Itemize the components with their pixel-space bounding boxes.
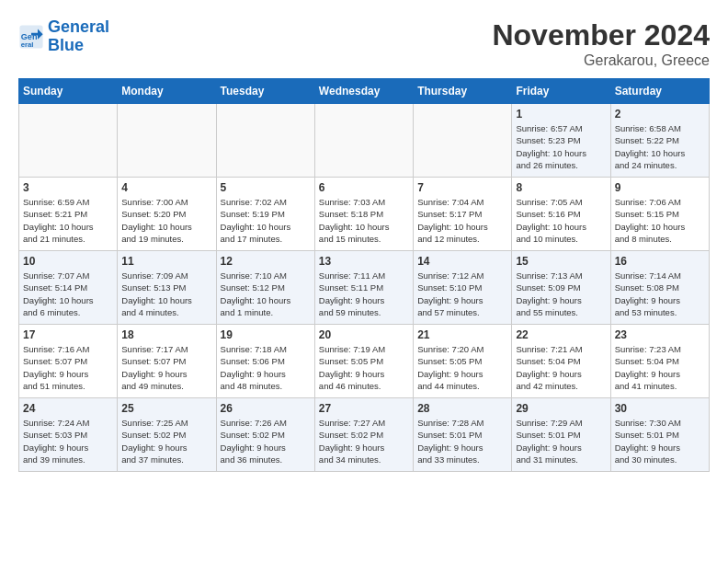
week-row-1: 1Sunrise: 6:57 AM Sunset: 5:23 PM Daylig… [19, 104, 710, 178]
week-row-2: 3Sunrise: 6:59 AM Sunset: 5:21 PM Daylig… [19, 178, 710, 251]
calendar-cell: 17Sunrise: 7:16 AM Sunset: 5:07 PM Dayli… [19, 325, 118, 398]
calendar-cell: 4Sunrise: 7:00 AM Sunset: 5:20 PM Daylig… [118, 178, 216, 251]
day-number: 30 [615, 402, 705, 415]
day-number: 3 [23, 181, 113, 194]
svg-text:eral: eral [21, 40, 34, 49]
day-number: 6 [319, 181, 409, 194]
weekday-header-thursday: Thursday [414, 79, 512, 104]
logo-icon: Gen eral [18, 24, 44, 50]
day-info: Sunrise: 7:21 AM Sunset: 5:04 PM Dayligh… [516, 343, 606, 392]
calendar-cell: 30Sunrise: 7:30 AM Sunset: 5:01 PM Dayli… [610, 398, 709, 472]
day-number: 19 [221, 328, 311, 341]
calendar-cell: 3Sunrise: 6:59 AM Sunset: 5:21 PM Daylig… [19, 178, 118, 251]
month-title: November 2024 [492, 18, 710, 52]
day-number: 4 [121, 181, 211, 194]
day-number: 15 [516, 255, 606, 268]
calendar-cell [216, 104, 314, 178]
calendar-cell: 23Sunrise: 7:23 AM Sunset: 5:04 PM Dayli… [610, 325, 709, 398]
calendar-cell: 28Sunrise: 7:28 AM Sunset: 5:01 PM Dayli… [414, 398, 512, 472]
day-number: 25 [121, 402, 211, 415]
day-number: 16 [615, 255, 705, 268]
weekday-header-friday: Friday [512, 79, 610, 104]
location: Gerakarou, Greece [492, 52, 710, 69]
weekday-header-sunday: Sunday [19, 79, 118, 104]
day-number: 21 [417, 328, 507, 341]
calendar-cell: 29Sunrise: 7:29 AM Sunset: 5:01 PM Dayli… [512, 398, 610, 472]
calendar-cell: 9Sunrise: 7:06 AM Sunset: 5:15 PM Daylig… [610, 178, 709, 251]
calendar-cell: 20Sunrise: 7:19 AM Sunset: 5:05 PM Dayli… [314, 325, 413, 398]
day-info: Sunrise: 7:09 AM Sunset: 5:13 PM Dayligh… [121, 270, 211, 318]
day-number: 2 [615, 108, 705, 121]
day-number: 9 [615, 181, 705, 194]
day-info: Sunrise: 6:57 AM Sunset: 5:23 PM Dayligh… [516, 122, 606, 171]
day-info: Sunrise: 6:58 AM Sunset: 5:22 PM Dayligh… [615, 122, 705, 171]
calendar-cell: 25Sunrise: 7:25 AM Sunset: 5:02 PM Dayli… [118, 398, 216, 472]
calendar-cell: 27Sunrise: 7:27 AM Sunset: 5:02 PM Dayli… [314, 398, 413, 472]
day-info: Sunrise: 7:18 AM Sunset: 5:06 PM Dayligh… [221, 343, 311, 392]
calendar-cell: 12Sunrise: 7:10 AM Sunset: 5:12 PM Dayli… [216, 251, 314, 325]
page-header: Gen eral General Blue November 2024 Gera… [18, 18, 710, 69]
day-number: 28 [417, 402, 507, 415]
calendar-cell: 22Sunrise: 7:21 AM Sunset: 5:04 PM Dayli… [512, 325, 610, 398]
day-info: Sunrise: 7:10 AM Sunset: 5:12 PM Dayligh… [221, 270, 311, 318]
calendar-cell: 21Sunrise: 7:20 AM Sunset: 5:05 PM Dayli… [414, 325, 512, 398]
day-info: Sunrise: 7:19 AM Sunset: 5:05 PM Dayligh… [319, 343, 409, 392]
calendar-cell [314, 104, 413, 178]
day-info: Sunrise: 7:05 AM Sunset: 5:16 PM Dayligh… [516, 196, 606, 245]
calendar-cell [19, 104, 118, 178]
day-number: 5 [221, 181, 311, 194]
calendar-cell: 26Sunrise: 7:26 AM Sunset: 5:02 PM Dayli… [216, 398, 314, 472]
day-info: Sunrise: 7:16 AM Sunset: 5:07 PM Dayligh… [23, 343, 113, 392]
day-info: Sunrise: 7:27 AM Sunset: 5:02 PM Dayligh… [319, 417, 409, 465]
day-info: Sunrise: 7:26 AM Sunset: 5:02 PM Dayligh… [221, 417, 311, 465]
calendar-cell: 13Sunrise: 7:11 AM Sunset: 5:11 PM Dayli… [314, 251, 413, 325]
day-info: Sunrise: 7:04 AM Sunset: 5:17 PM Dayligh… [417, 196, 507, 245]
weekday-header-saturday: Saturday [610, 79, 709, 104]
day-number: 20 [319, 328, 409, 341]
calendar-cell: 18Sunrise: 7:17 AM Sunset: 5:07 PM Dayli… [118, 325, 216, 398]
day-number: 11 [121, 255, 211, 268]
calendar-cell: 24Sunrise: 7:24 AM Sunset: 5:03 PM Dayli… [19, 398, 118, 472]
day-info: Sunrise: 7:03 AM Sunset: 5:18 PM Dayligh… [319, 196, 409, 245]
calendar-cell: 15Sunrise: 7:13 AM Sunset: 5:09 PM Dayli… [512, 251, 610, 325]
day-number: 10 [23, 255, 113, 268]
weekday-header-row: SundayMondayTuesdayWednesdayThursdayFrid… [19, 79, 710, 104]
calendar-cell: 16Sunrise: 7:14 AM Sunset: 5:08 PM Dayli… [610, 251, 709, 325]
week-row-5: 24Sunrise: 7:24 AM Sunset: 5:03 PM Dayli… [19, 398, 710, 472]
day-info: Sunrise: 7:12 AM Sunset: 5:10 PM Dayligh… [417, 270, 507, 318]
calendar-cell: 6Sunrise: 7:03 AM Sunset: 5:18 PM Daylig… [314, 178, 413, 251]
calendar-cell: 2Sunrise: 6:58 AM Sunset: 5:22 PM Daylig… [610, 104, 709, 178]
day-number: 17 [23, 328, 113, 341]
day-number: 12 [221, 255, 311, 268]
day-info: Sunrise: 7:17 AM Sunset: 5:07 PM Dayligh… [121, 343, 211, 392]
weekday-header-wednesday: Wednesday [314, 79, 413, 104]
calendar-cell [414, 104, 512, 178]
day-info: Sunrise: 7:13 AM Sunset: 5:09 PM Dayligh… [516, 270, 606, 318]
day-number: 14 [417, 255, 507, 268]
day-info: Sunrise: 7:23 AM Sunset: 5:04 PM Dayligh… [615, 343, 705, 392]
day-info: Sunrise: 7:00 AM Sunset: 5:20 PM Dayligh… [121, 196, 211, 245]
day-number: 26 [221, 402, 311, 415]
calendar-cell: 19Sunrise: 7:18 AM Sunset: 5:06 PM Dayli… [216, 325, 314, 398]
logo: Gen eral General Blue [18, 18, 109, 55]
calendar-cell [118, 104, 216, 178]
title-block: November 2024 Gerakarou, Greece [492, 18, 710, 69]
week-row-4: 17Sunrise: 7:16 AM Sunset: 5:07 PM Dayli… [19, 325, 710, 398]
calendar-table: SundayMondayTuesdayWednesdayThursdayFrid… [18, 78, 710, 472]
day-number: 23 [615, 328, 705, 341]
day-number: 1 [516, 108, 606, 121]
calendar-cell: 7Sunrise: 7:04 AM Sunset: 5:17 PM Daylig… [414, 178, 512, 251]
day-info: Sunrise: 7:07 AM Sunset: 5:14 PM Dayligh… [23, 270, 113, 318]
day-info: Sunrise: 7:11 AM Sunset: 5:11 PM Dayligh… [319, 270, 409, 318]
weekday-header-monday: Monday [118, 79, 216, 104]
logo-text-blue: Blue [48, 37, 109, 55]
weekday-header-tuesday: Tuesday [216, 79, 314, 104]
day-info: Sunrise: 7:14 AM Sunset: 5:08 PM Dayligh… [615, 270, 705, 318]
day-number: 27 [319, 402, 409, 415]
calendar-cell: 11Sunrise: 7:09 AM Sunset: 5:13 PM Dayli… [118, 251, 216, 325]
day-info: Sunrise: 7:20 AM Sunset: 5:05 PM Dayligh… [417, 343, 507, 392]
day-number: 22 [516, 328, 606, 341]
day-info: Sunrise: 7:24 AM Sunset: 5:03 PM Dayligh… [23, 417, 113, 465]
day-info: Sunrise: 7:02 AM Sunset: 5:19 PM Dayligh… [221, 196, 311, 245]
calendar-cell: 1Sunrise: 6:57 AM Sunset: 5:23 PM Daylig… [512, 104, 610, 178]
